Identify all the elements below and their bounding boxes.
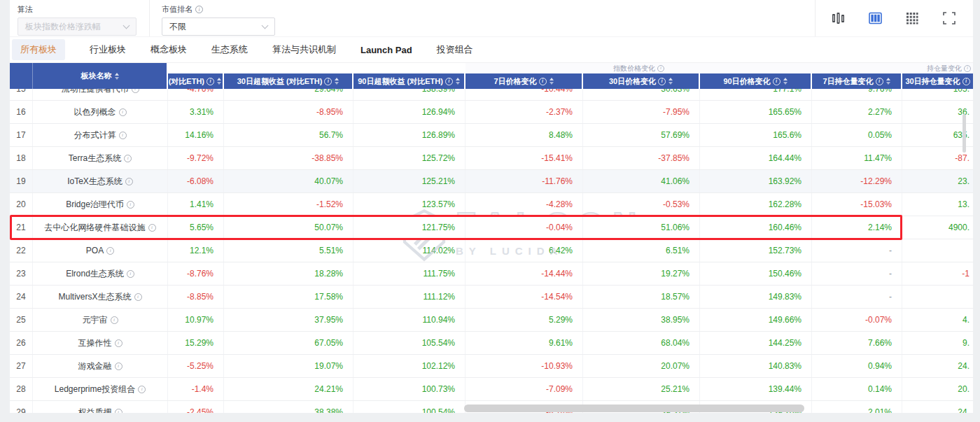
sort-icon[interactable] xyxy=(115,73,119,80)
tab-industry-sectors[interactable]: 行业板块 xyxy=(90,43,126,56)
price-change-7d-value: 9.61% xyxy=(465,332,583,354)
info-icon[interactable] xyxy=(773,78,780,85)
open-interest-change-7d-value: 0.05% xyxy=(812,124,902,146)
info-icon[interactable] xyxy=(445,78,453,85)
divider xyxy=(149,0,150,36)
info-icon[interactable] xyxy=(106,247,114,255)
excess-return-7d-value: 5.65% xyxy=(168,216,224,239)
table-row[interactable]: 28 Ledgerprime投资组合 -1.4% 24.21% 100.73% … xyxy=(10,378,973,401)
info-icon[interactable] xyxy=(138,386,146,393)
info-icon[interactable] xyxy=(195,6,203,13)
sector-name-cell[interactable]: Bridge治理代币 xyxy=(33,193,168,216)
header-label: 30日持仓量变化 xyxy=(905,76,960,87)
group-label: 指数价格变化 xyxy=(613,64,655,73)
sort-icon[interactable] xyxy=(335,78,339,85)
sort-icon[interactable] xyxy=(668,78,673,85)
info-icon[interactable] xyxy=(148,224,156,232)
sector-name-cell[interactable]: 流动性提供者代币 xyxy=(33,89,168,100)
info-icon[interactable] xyxy=(206,78,214,85)
table-row[interactable]: 16 以色列概念 3.31% -8.95% 126.94% -2.37% -7.… xyxy=(10,101,973,124)
fullscreen-icon[interactable] xyxy=(942,11,956,25)
table-row[interactable]: 20 Bridge治理代币 1.41% -1.52% 123.57% -4.28… xyxy=(10,193,973,216)
tab-portfolio[interactable]: 投资组合 xyxy=(437,43,473,56)
sector-name-cell[interactable]: 以色列概念 xyxy=(33,101,168,123)
sector-name-cell[interactable]: 元宇宙 xyxy=(33,309,168,331)
tab-ecosystems[interactable]: 生态系统 xyxy=(211,43,248,56)
header-open-interest-change-30d[interactable]: 30日持仓量变化 xyxy=(902,73,973,89)
header-open-interest-change-7d[interactable]: 7日持仓量变化 xyxy=(812,73,902,89)
sector-name-cell[interactable]: 权益质押 xyxy=(33,401,168,413)
table-row[interactable]: 19 IoTeX生态系统 -6.08% 40.07% 125.21% -11.7… xyxy=(10,170,973,193)
info-icon[interactable] xyxy=(539,78,547,85)
info-icon[interactable] xyxy=(119,108,127,116)
header-price-change-7d[interactable]: 7日价格变化 xyxy=(465,73,583,89)
info-icon[interactable] xyxy=(125,178,133,185)
sort-icon[interactable] xyxy=(456,78,460,85)
info-icon[interactable] xyxy=(115,363,122,370)
market-cap-rank-select[interactable]: 不限 xyxy=(162,17,275,36)
info-icon[interactable] xyxy=(324,78,332,85)
sector-name-cell[interactable]: Ledgerprime投资组合 xyxy=(33,378,168,400)
header-excess-return-30d[interactable]: 30日超额收益 (对比ETH) xyxy=(224,73,354,89)
falcon-sector-dashboard: 算法 板块指数价格涨跌幅 市值排名 不限 xyxy=(0,0,980,422)
sector-name-cell[interactable]: Terra生态系统 xyxy=(33,147,168,169)
info-icon[interactable] xyxy=(134,293,142,301)
excess-return-30d-value: 56.7% xyxy=(224,124,354,146)
open-interest-change-30d-value xyxy=(902,286,973,308)
info-icon[interactable] xyxy=(124,155,132,162)
info-icon[interactable] xyxy=(115,409,122,414)
sort-icon[interactable] xyxy=(217,78,221,85)
sector-name-cell[interactable]: 游戏金融 xyxy=(33,355,168,377)
table-row[interactable]: 25 元宇宙 10.97% 37.95% 110.94% 5.29% 38.95… xyxy=(10,309,973,332)
sort-icon[interactable] xyxy=(886,78,890,85)
sector-name-cell[interactable]: POA xyxy=(33,239,168,262)
sector-name-cell[interactable]: 分布式计算 xyxy=(33,124,168,146)
info-icon[interactable] xyxy=(876,78,883,85)
info-icon[interactable] xyxy=(658,78,666,85)
info-icon[interactable] xyxy=(127,201,134,209)
table-row[interactable]: 21 去中心化网络硬件基础设施 5.65% 50.07% 121.75% -0.… xyxy=(10,216,973,239)
kline-view-icon[interactable] xyxy=(831,11,845,25)
header-sector-name[interactable]: 板块名称 xyxy=(33,63,168,89)
info-icon[interactable] xyxy=(111,316,118,324)
info-icon[interactable] xyxy=(657,65,664,72)
tab-consensus[interactable]: 算法与共识机制 xyxy=(272,43,336,56)
sector-name-cell[interactable]: 互操作性 xyxy=(33,332,168,354)
tab-concept-sectors[interactable]: 概念板块 xyxy=(150,43,187,56)
sector-name-cell[interactable]: IoTeX生态系统 xyxy=(33,170,168,192)
tab-launch-pad[interactable]: Launch Pad xyxy=(360,45,412,55)
table-row[interactable]: 24 MultiversX生态系统 -8.85% 17.58% 111.12% … xyxy=(10,286,973,309)
price-change-30d-value: 57.69% xyxy=(583,124,700,146)
sector-name-cell[interactable]: Elrond生态系统 xyxy=(33,262,168,285)
table-row[interactable]: 15 流动性提供者代币 -4.76% 29.64% 138.39% -10.44… xyxy=(10,89,973,101)
sort-icon[interactable] xyxy=(783,78,788,85)
excess-return-90d-value: 102.12% xyxy=(354,355,465,377)
table-row[interactable]: 26 互操作性 15.29% 67.05% 105.54% 9.61% 68.0… xyxy=(10,332,973,355)
tab-all-sectors[interactable]: 所有板块 xyxy=(12,39,65,60)
excess-return-30d-value: -8.95% xyxy=(224,101,354,123)
table-row[interactable]: 23 Elrond生态系统 -8.76% 18.28% 111.75% -14.… xyxy=(10,262,973,286)
price-change-7d-value: -2.37% xyxy=(465,101,583,123)
header-price-change-90d[interactable]: 90日价格变化 xyxy=(700,73,812,89)
horizontal-scrollbar-thumb[interactable] xyxy=(464,405,804,412)
sector-name-cell[interactable]: 去中心化网络硬件基础设施 xyxy=(33,216,168,239)
header-excess-return-7d[interactable]: 7日超额收益 (对比ETH) xyxy=(168,73,224,89)
sector-name-cell[interactable]: MultiversX生态系统 xyxy=(33,286,168,308)
header-price-change-30d[interactable]: 30日价格变化 xyxy=(583,73,700,89)
table-row[interactable]: 27 游戏金融 -5.25% 19.07% 102.12% -10.93% 20… xyxy=(10,355,973,378)
table-row[interactable]: 17 分布式计算 14.16% 56.7% 126.89% 8.48% 57.6… xyxy=(10,124,973,147)
column-view-icon[interactable] xyxy=(868,11,882,25)
table-row[interactable]: 22 POA 12.1% 5.51% 114.02% 6.42% 6.51% 1… xyxy=(10,239,973,262)
info-icon[interactable] xyxy=(127,270,134,278)
info-icon[interactable] xyxy=(119,132,127,139)
header-excess-return-90d[interactable]: 90日超额收益 (对比ETH) xyxy=(354,73,465,89)
info-icon[interactable] xyxy=(964,65,971,72)
grid-view-icon[interactable] xyxy=(905,11,919,25)
info-icon[interactable] xyxy=(132,89,139,93)
table-row[interactable]: 18 Terra生态系统 -9.72% -38.85% 125.72% -15.… xyxy=(10,147,973,170)
info-icon[interactable] xyxy=(115,339,122,347)
sort-icon[interactable] xyxy=(550,78,554,85)
info-icon[interactable] xyxy=(962,78,970,85)
vertical-scrollbar-thumb[interactable] xyxy=(962,114,966,153)
algorithm-select[interactable]: 板块指数价格涨跌幅 xyxy=(18,17,136,36)
